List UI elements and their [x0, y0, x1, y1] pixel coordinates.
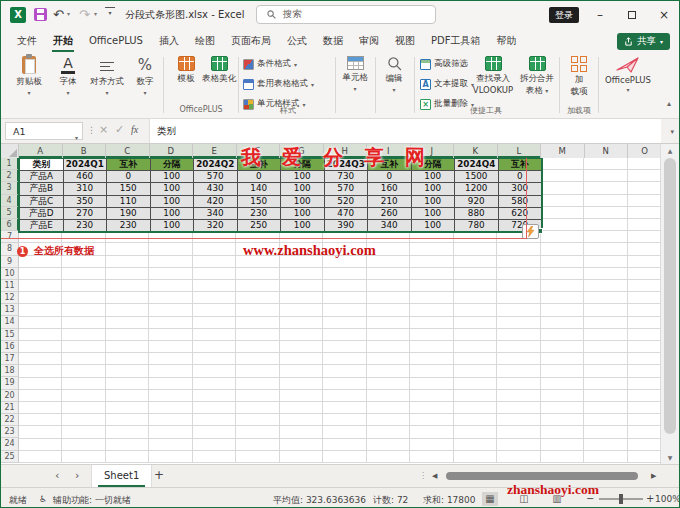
- formula-input[interactable]: 类别: [149, 119, 661, 143]
- cell[interactable]: 250: [237, 219, 281, 231]
- cell[interactable]: 140: [237, 183, 281, 195]
- row-header-12[interactable]: 12: [1, 292, 19, 304]
- cell[interactable]: 160: [368, 183, 412, 195]
- cell[interactable]: 230: [237, 207, 281, 219]
- zoom-in-button[interactable]: +: [646, 493, 654, 504]
- ribbon-tab-审阅[interactable]: 审阅: [351, 29, 387, 53]
- zoom-slider-thumb[interactable]: [619, 494, 623, 504]
- alignment-button[interactable]: 对齐方式▾: [85, 56, 129, 96]
- column-header-B[interactable]: B: [63, 144, 107, 158]
- cell[interactable]: 300: [498, 183, 542, 195]
- cell[interactable]: 100: [411, 219, 455, 231]
- cell[interactable]: 340: [194, 207, 238, 219]
- formula-bar-drag-handle[interactable]: ⋮: [87, 125, 96, 135]
- column-header-D[interactable]: D: [150, 144, 194, 158]
- cell[interactable]: 100: [150, 219, 194, 231]
- cell[interactable]: 100: [150, 183, 194, 195]
- cell[interactable]: 460: [63, 171, 107, 183]
- cancel-icon[interactable]: ×: [99, 123, 108, 136]
- sheet-tab-sheet1[interactable]: Sheet1: [91, 465, 152, 487]
- cell[interactable]: 420: [194, 195, 238, 207]
- cell[interactable]: 0: [107, 171, 151, 183]
- cell[interactable]: 230: [63, 219, 107, 231]
- cell[interactable]: 110: [107, 195, 151, 207]
- insert-function-icon[interactable]: fx: [131, 124, 138, 135]
- cell[interactable]: 产品B: [20, 183, 64, 195]
- cell[interactable]: 260: [368, 207, 412, 219]
- prev-sheet-icon[interactable]: ‹: [55, 469, 59, 482]
- table-beautify-button[interactable]: 表格美化: [197, 56, 241, 85]
- cell[interactable]: 100: [411, 183, 455, 195]
- column-header-A[interactable]: A: [19, 144, 63, 158]
- cell[interactable]: 100: [150, 195, 194, 207]
- ribbon-tab-OfficePLUS[interactable]: OfficePLUS: [81, 29, 151, 53]
- cell[interactable]: 100: [281, 183, 325, 195]
- column-header-K[interactable]: K: [454, 144, 498, 158]
- cell[interactable]: 570: [194, 171, 238, 183]
- row-header-6[interactable]: 6: [1, 219, 19, 231]
- row-header-20[interactable]: 20: [1, 390, 19, 402]
- ribbon-tab-绘图[interactable]: 绘图: [187, 29, 223, 53]
- ribbon-tab-帮助[interactable]: 帮助: [488, 29, 524, 53]
- header-cell-2024Q3[interactable]: 2024Q3: [324, 159, 368, 171]
- excel-logo-icon[interactable]: X: [10, 7, 26, 23]
- cell[interactable]: 210: [368, 195, 412, 207]
- column-header-L[interactable]: L: [498, 144, 542, 158]
- header-cell-2024Q1[interactable]: 2024Q1: [63, 159, 107, 171]
- undo-chevron-icon[interactable]: ▾: [67, 10, 70, 17]
- cell[interactable]: 产品D: [20, 207, 64, 219]
- row-header-24[interactable]: 24: [1, 438, 19, 450]
- cell[interactable]: 310: [63, 183, 107, 195]
- name-box[interactable]: A1 ▾: [5, 122, 83, 140]
- cell[interactable]: 430: [194, 183, 238, 195]
- header-cell-分隔[interactable]: 分隔: [281, 159, 325, 171]
- scroll-down-icon[interactable]: ▼: [661, 454, 679, 461]
- ribbon-tab-视图[interactable]: 视图: [387, 29, 423, 53]
- cell[interactable]: 0: [498, 171, 542, 183]
- ribbon-tab-公式[interactable]: 公式: [279, 29, 315, 53]
- header-cell-2024Q4[interactable]: 2024Q4: [455, 159, 499, 171]
- zoom-out-button[interactable]: −: [586, 493, 594, 504]
- cell[interactable]: 0: [368, 171, 412, 183]
- header-cell-互补[interactable]: 互补: [237, 159, 281, 171]
- cell[interactable]: 580: [498, 195, 542, 207]
- cell[interactable]: 390: [324, 219, 368, 231]
- ribbon-tab-PDF工具箱[interactable]: PDF工具箱: [423, 29, 488, 53]
- column-header-M[interactable]: M: [541, 144, 585, 158]
- zoom-slider[interactable]: [599, 498, 643, 500]
- header-cell-分隔[interactable]: 分隔: [150, 159, 194, 171]
- row-header-15[interactable]: 15: [1, 329, 19, 341]
- maximize-button[interactable]: [628, 11, 636, 19]
- cell[interactable]: 100: [281, 219, 325, 231]
- clipboard-button[interactable]: 剪贴板▾: [7, 56, 51, 96]
- close-button[interactable]: ×: [655, 6, 673, 24]
- row-header-13[interactable]: 13: [1, 304, 19, 316]
- cell[interactable]: 320: [194, 219, 238, 231]
- format-as-table-button[interactable]: 套用表格格式▾: [243, 78, 314, 90]
- row-header-5[interactable]: 5: [1, 207, 19, 219]
- row-header-10[interactable]: 10: [1, 268, 19, 280]
- column-header-I[interactable]: I: [367, 144, 411, 158]
- normal-view-icon[interactable]: ▦: [482, 492, 498, 506]
- redo-chevron-icon[interactable]: ▾: [94, 10, 97, 17]
- text-extract-button[interactable]: A 文本提取▾: [420, 78, 474, 90]
- column-header-F[interactable]: F: [237, 144, 281, 158]
- row-header-3[interactable]: 3: [1, 182, 19, 194]
- editing-button[interactable]: 编辑▾: [377, 56, 411, 93]
- cell[interactable]: 100: [281, 195, 325, 207]
- cell[interactable]: 150: [237, 195, 281, 207]
- row-header-22[interactable]: 22: [1, 414, 19, 426]
- number-button[interactable]: % 数字▾: [129, 56, 161, 96]
- cell[interactable]: 570: [324, 183, 368, 195]
- login-button[interactable]: 登录: [549, 7, 579, 23]
- column-header-C[interactable]: C: [106, 144, 150, 158]
- cell[interactable]: 920: [455, 195, 499, 207]
- row-header-11[interactable]: 11: [1, 280, 19, 292]
- split-merge-button[interactable]: 拆分合并 表格 ▾: [515, 56, 559, 97]
- formula-bar-expand-icon[interactable]: ▾: [670, 128, 674, 136]
- header-cell-2024Q2[interactable]: 2024Q2: [194, 159, 238, 171]
- cell[interactable]: 产品A: [20, 171, 64, 183]
- quick-analysis-button[interactable]: [522, 224, 539, 239]
- cell[interactable]: 470: [324, 207, 368, 219]
- scroll-up-icon[interactable]: ▲: [661, 147, 679, 154]
